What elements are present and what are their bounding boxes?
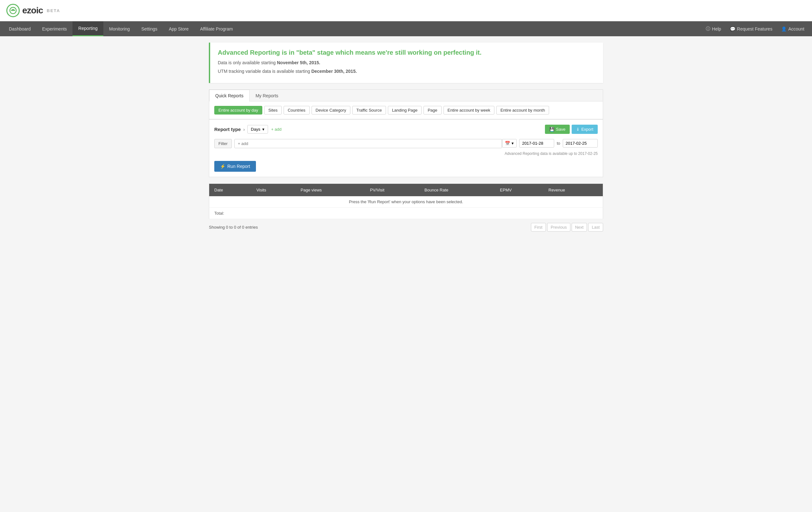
report-controls: Report type › Days ▾ + add 💾 Save ⇓ Expo… bbox=[209, 120, 603, 177]
nav-help-label: Help bbox=[712, 26, 721, 31]
top-bar: ezoic BETA bbox=[0, 0, 812, 21]
ezoic-logo-icon bbox=[6, 4, 20, 17]
run-report-label: Run Report bbox=[227, 164, 250, 169]
calendar-icon: 📅 bbox=[505, 141, 510, 146]
filter-input[interactable] bbox=[234, 139, 502, 148]
page-buttons: First Previous Next Last bbox=[531, 223, 603, 231]
qr-countries[interactable]: Countries bbox=[284, 106, 310, 114]
page-last-button[interactable]: Last bbox=[588, 223, 603, 231]
date-section: 📅 ▾ to Advanced Reporting data is availa… bbox=[502, 139, 598, 156]
nav-appstore[interactable]: App Store bbox=[163, 22, 194, 36]
tabs-header: Quick Reports My Reports bbox=[209, 90, 603, 102]
qr-entire-account-day[interactable]: Entire account by day bbox=[214, 106, 262, 114]
date-availability-note: Advanced Reporting data is available up … bbox=[504, 151, 598, 156]
qr-device-category[interactable]: Device Category bbox=[312, 106, 350, 114]
report-type-add[interactable]: + add bbox=[271, 127, 282, 132]
save-button[interactable]: 💾 Save bbox=[545, 125, 570, 134]
empty-message: Press the 'Run Report' when your options… bbox=[209, 196, 603, 208]
tabs-container: Quick Reports My Reports Entire account … bbox=[209, 89, 603, 120]
date-from-input[interactable] bbox=[519, 139, 554, 147]
export-button[interactable]: ⇓ Export bbox=[572, 125, 598, 134]
nav-account-label: Account bbox=[788, 26, 804, 31]
col-visits: Visits bbox=[251, 184, 295, 197]
nav-affiliate[interactable]: Affiliate Program bbox=[194, 22, 238, 36]
date-to-label: to bbox=[557, 141, 560, 146]
tab-my-reports[interactable]: My Reports bbox=[250, 90, 285, 102]
table-row-empty: Press the 'Run Report' when your options… bbox=[209, 196, 603, 208]
calendar-dropdown-arrow: ▾ bbox=[512, 141, 514, 146]
calendar-button[interactable]: 📅 ▾ bbox=[502, 139, 517, 147]
alert-line1-pre: Data is only available starting bbox=[218, 60, 277, 65]
alert-box: Advanced Reporting is in "beta" stage wh… bbox=[209, 42, 603, 83]
page-previous-button[interactable]: Previous bbox=[547, 223, 570, 231]
total-label: Total: bbox=[209, 208, 603, 219]
report-type-dropdown[interactable]: Days ▾ bbox=[248, 125, 268, 134]
col-pv-visit: PV/Visit bbox=[365, 184, 419, 197]
col-epmv: EPMV bbox=[495, 184, 544, 197]
logo-text: ezoic bbox=[22, 5, 43, 16]
report-type-label: Report type bbox=[214, 126, 241, 132]
col-date: Date bbox=[209, 184, 252, 197]
export-label: Export bbox=[581, 127, 593, 132]
lightning-icon: ⚡ bbox=[220, 164, 225, 169]
alert-title: Advanced Reporting is in "beta" stage wh… bbox=[218, 49, 596, 56]
nav-request-features[interactable]: 💬 Request Features bbox=[726, 22, 777, 36]
filter-section: Filter bbox=[214, 139, 502, 151]
alert-line2: UTM tracking variable data is available … bbox=[218, 68, 596, 75]
filter-row: Filter bbox=[214, 139, 502, 148]
logo-beta: BETA bbox=[47, 8, 60, 13]
page-first-button[interactable]: First bbox=[531, 223, 546, 231]
main-content: Advanced Reporting is in "beta" stage wh… bbox=[203, 42, 609, 235]
quick-report-area: Entire account by day Sites Countries De… bbox=[209, 102, 603, 119]
pagination-row: Showing 0 to 0 of 0 entries First Previo… bbox=[209, 219, 603, 235]
nav-request-label: Request Features bbox=[737, 26, 772, 31]
tab-quick-reports[interactable]: Quick Reports bbox=[209, 90, 250, 102]
nav-account[interactable]: 👤 Account bbox=[777, 22, 809, 36]
logo-area: ezoic BETA bbox=[6, 4, 60, 17]
comment-icon: 💬 bbox=[730, 26, 735, 31]
save-icon: 💾 bbox=[549, 127, 554, 132]
qr-landing-page[interactable]: Landing Page bbox=[388, 106, 422, 114]
user-icon: 👤 bbox=[781, 26, 787, 31]
report-type-arrow: › bbox=[243, 127, 245, 132]
filter-label: Filter bbox=[214, 139, 232, 148]
qr-traffic-source[interactable]: Traffic Source bbox=[352, 106, 386, 114]
download-icon: ⇓ bbox=[576, 127, 580, 132]
alert-line1-bold: November 5th, 2015. bbox=[277, 60, 320, 65]
report-table: Date Visits Page views PV/Visit Bounce R… bbox=[209, 183, 603, 219]
alert-line2-pre: UTM tracking variable data is available … bbox=[218, 69, 311, 74]
table-row-total: Total: bbox=[209, 208, 603, 219]
date-row: 📅 ▾ to bbox=[502, 139, 598, 147]
nav-experiments[interactable]: Experiments bbox=[36, 22, 73, 36]
table-header: Date Visits Page views PV/Visit Bounce R… bbox=[209, 184, 603, 197]
table-body: Press the 'Run Report' when your options… bbox=[209, 196, 603, 219]
qr-entire-account-month[interactable]: Entire account by month bbox=[496, 106, 549, 114]
date-to-input[interactable] bbox=[563, 139, 598, 147]
nav-dashboard[interactable]: Dashboard bbox=[3, 22, 36, 36]
qr-entire-account-week[interactable]: Entire account by week bbox=[443, 106, 494, 114]
qr-sites[interactable]: Sites bbox=[264, 106, 282, 114]
filter-date-wrapper: Filter 📅 ▾ to Advanced Reporting data is… bbox=[214, 139, 598, 156]
alert-line1: Data is only available starting November… bbox=[218, 59, 596, 66]
page-next-button[interactable]: Next bbox=[572, 223, 587, 231]
nav-help[interactable]: ⓘ Help bbox=[701, 22, 726, 36]
save-export-row: 💾 Save ⇓ Export bbox=[545, 125, 598, 134]
col-revenue: Revenue bbox=[543, 184, 603, 197]
report-type-row: Report type › Days ▾ + add 💾 Save ⇓ Expo… bbox=[214, 125, 598, 134]
report-type-value: Days bbox=[251, 127, 260, 132]
nav-monitoring[interactable]: Monitoring bbox=[103, 22, 136, 36]
save-label: Save bbox=[556, 127, 566, 132]
main-nav: Dashboard Experiments Reporting Monitori… bbox=[0, 21, 812, 36]
nav-settings[interactable]: Settings bbox=[136, 22, 163, 36]
qr-page[interactable]: Page bbox=[424, 106, 441, 114]
showing-text: Showing 0 to 0 of 0 entries bbox=[209, 225, 258, 230]
col-bounce-rate: Bounce Rate bbox=[419, 184, 495, 197]
nav-right: ⓘ Help 💬 Request Features 👤 Account bbox=[701, 22, 809, 36]
alert-line2-bold: December 30th, 2015. bbox=[311, 69, 357, 74]
nav-reporting[interactable]: Reporting bbox=[72, 21, 103, 36]
run-report-button[interactable]: ⚡ Run Report bbox=[214, 161, 256, 172]
col-pageviews: Page views bbox=[296, 184, 365, 197]
chevron-down-icon: ▾ bbox=[262, 127, 264, 132]
question-circle-icon: ⓘ bbox=[706, 26, 710, 32]
